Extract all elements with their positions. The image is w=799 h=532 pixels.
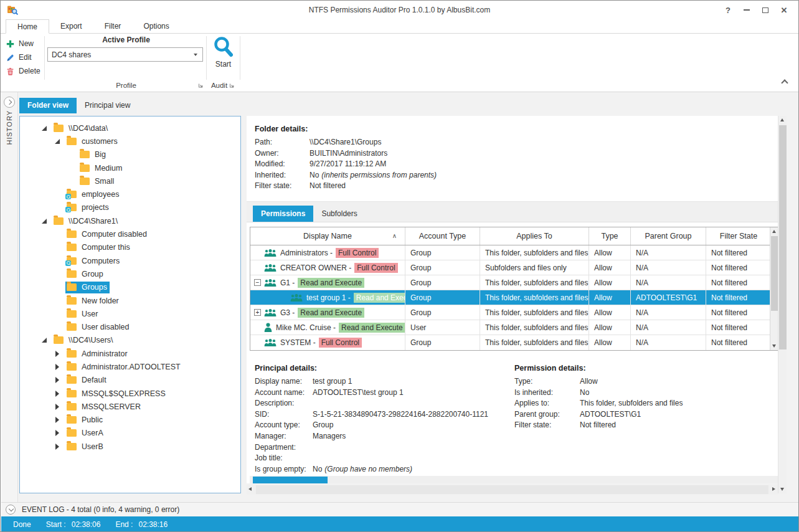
history-panel-tab[interactable]: HISTORY [1,92,18,502]
detail-tab[interactable]: Subfolders [313,206,365,222]
tree-expander-icon[interactable] [54,444,62,450]
tree-item[interactable]: Computer this [20,241,240,254]
tree-item[interactable]: MSSQL$SQLEXPRESS [20,387,240,400]
row-expander-icon[interactable] [254,309,261,316]
column-header-parent-group[interactable]: Parent Group [631,227,706,245]
collapse-ribbon-icon[interactable] [781,79,788,86]
tree-node[interactable]: Computer disabled [65,229,149,240]
tree-item[interactable]: UserB [20,440,240,453]
tree-node[interactable]: MSSQLSERVER [65,401,143,412]
scroll-down-arrow[interactable] [778,485,787,493]
tree-node[interactable]: customers [65,135,120,147]
tree-expander-icon[interactable] [67,151,75,158]
detail-tab[interactable]: Permissions [253,206,313,222]
view-tab[interactable]: Folder view [19,98,77,113]
permission-row[interactable]: Mike MC. Cruise - Read and Execute User … [250,320,778,335]
table-vertical-scrollbar[interactable] [770,227,778,350]
tree-expander-icon[interactable] [54,191,62,197]
tree-item[interactable]: Computer disabled [20,227,240,240]
tree-node[interactable]: employees [65,189,121,201]
tree-expander-icon[interactable] [54,138,62,145]
tree-expander-icon[interactable] [54,271,62,277]
tree-expander-icon[interactable] [41,337,49,343]
tree-item[interactable]: Small [20,174,240,188]
ribbon-tab[interactable]: Home [6,19,49,34]
tree-expander-icon[interactable] [41,218,49,224]
permission-row[interactable]: test group 1 - Read and Execute Group Th… [250,290,778,305]
tree-item[interactable]: Groups [20,281,240,294]
permission-row[interactable]: G1 - Read and Execute Group This folder,… [250,275,778,290]
column-header-filter-state[interactable]: Filter State [706,227,771,245]
tree-item[interactable]: New folder [20,294,240,307]
tree-expander-icon[interactable] [54,204,62,211]
tree-expander-icon[interactable] [54,244,62,250]
tree-expander-icon[interactable] [54,258,62,264]
profile-dialog-launcher-icon[interactable] [198,83,204,88]
tree-node[interactable]: Computers [65,255,122,267]
minimize-button[interactable] [737,3,756,17]
scrollbar-thumb[interactable] [771,236,778,311]
tree-expander-icon[interactable] [54,284,62,290]
tree-expander-icon[interactable] [54,298,62,304]
column-header-display-name[interactable]: Display Name ∧ [250,227,405,245]
tree-node[interactable]: User [65,308,100,320]
tree-item[interactable]: \\DC4\Users\ [20,334,240,347]
tree-node[interactable]: Administrator [65,348,130,359]
delete-profile-button[interactable]: Delete [6,64,40,78]
tree-item[interactable]: UserA [20,427,240,440]
tree-node[interactable]: Default [65,374,109,386]
expand-event-log-icon[interactable] [6,505,16,515]
tree-expander-icon[interactable] [54,364,62,370]
tree-item[interactable]: projects [20,201,240,214]
tree-item[interactable]: \\DC4\data\ [20,121,240,135]
tree-node[interactable]: Public [65,414,105,426]
tree-item[interactable]: Public [20,414,240,427]
tree-item[interactable]: MSSQLSERVER [20,400,240,413]
tree-expander-icon[interactable] [54,391,62,397]
tree-item[interactable]: User [20,307,240,320]
tree-expander-icon[interactable] [41,125,49,131]
tree-node[interactable]: Administrator.ADTOOLTEST [65,361,183,373]
permission-row[interactable]: Administrators - Full Control Group This… [250,245,778,260]
tree-item[interactable]: Group [20,267,240,280]
tree-node[interactable]: User disabled [65,321,131,333]
view-tab[interactable]: Principal view [77,98,138,113]
tree-node[interactable]: New folder [65,295,121,306]
tree-expander-icon[interactable] [54,404,62,410]
scrollbar-thumb[interactable] [256,485,768,494]
tree-expander-icon[interactable] [67,178,75,184]
tree-item[interactable]: Default [20,374,240,387]
help-button[interactable]: ? [719,3,737,17]
tree-node[interactable]: Groups [65,282,110,293]
detail-vertical-scrollbar[interactable] [778,116,787,493]
tree-expander-icon[interactable] [54,231,62,237]
scroll-right-arrow[interactable] [770,485,778,493]
detail-horizontal-scrollbar[interactable] [247,485,778,495]
tree-item[interactable]: Medium [20,161,240,174]
tree-expander-icon[interactable] [54,417,62,423]
audit-dialog-launcher-icon[interactable] [229,83,235,88]
tree-expander-icon[interactable] [54,430,62,436]
row-expander-icon[interactable] [254,279,261,286]
column-header-type[interactable]: Type [589,227,631,245]
event-log-bar[interactable]: EVENT LOG - 4 total (0 info, 4 warning, … [1,502,799,516]
active-profile-dropdown[interactable]: DC4 shares [47,47,203,62]
tree-item[interactable]: Big [20,148,240,161]
tree-node[interactable]: UserA [65,427,106,439]
tree-item[interactable]: \\DC4\Share1\ [20,214,240,227]
expand-history-icon[interactable] [4,97,15,108]
tree-node[interactable]: UserB [65,440,106,452]
ribbon-tab[interactable]: Filter [93,19,133,33]
start-audit-button[interactable]: Start [208,36,239,77]
tree-expander-icon[interactable] [54,324,62,330]
tree-node[interactable]: projects [65,202,111,214]
permission-row[interactable]: SYSTEM - Full Control Group This folder,… [250,335,778,350]
ribbon-tab[interactable]: Options [132,19,180,33]
close-button[interactable]: ✕ [775,3,793,17]
tree-node[interactable]: Small [78,175,116,187]
scrollbar-thumb[interactable] [779,125,787,349]
tree-node[interactable]: Big [78,149,108,161]
tree-item[interactable]: User disabled [20,320,240,333]
tree-node[interactable]: MSSQL$SQLEXPRESS [65,387,168,399]
tree-node[interactable]: Computer this [65,242,133,254]
